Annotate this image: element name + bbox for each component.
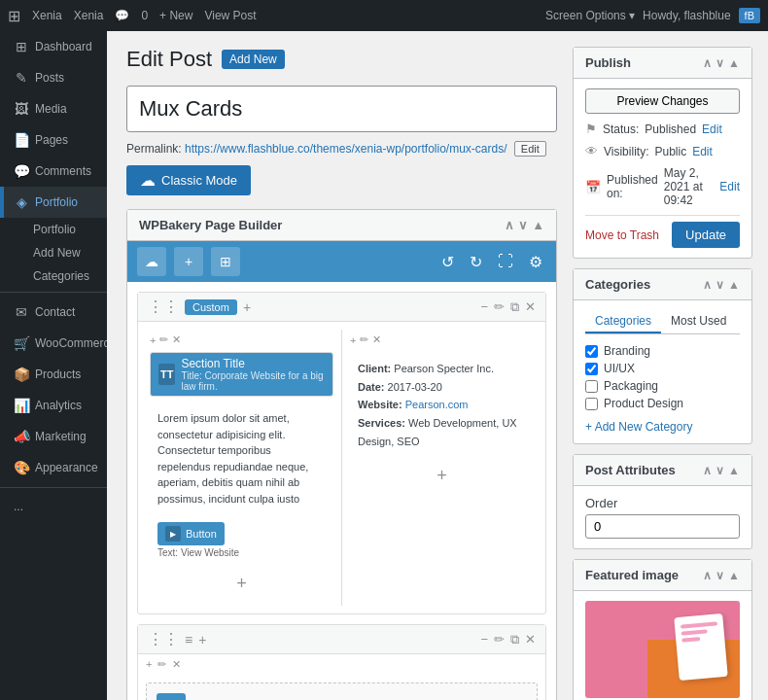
col-1-delete-btn[interactable]: ✕ (172, 333, 181, 346)
categories-tab-all[interactable]: Categories (585, 310, 661, 333)
wpbakery-redo-btn[interactable]: ↻ (466, 249, 486, 275)
sidebar-item-media[interactable]: 🖼 Media (0, 93, 107, 124)
categories-collapse-down[interactable]: ∨ (716, 278, 724, 292)
category-branding-checkbox[interactable] (585, 345, 598, 358)
feat-img-collapse-down[interactable]: ∨ (716, 569, 724, 582)
publish-toggle[interactable]: ▲ (728, 56, 740, 70)
classic-mode-button[interactable]: ☁ Classic Mode (126, 165, 251, 195)
drag-handle-2[interactable]: ⋮⋮ (148, 630, 179, 648)
order-input[interactable] (585, 514, 740, 539)
categories-toggle[interactable]: ▲ (728, 278, 740, 292)
sidebar-item-marketing[interactable]: 📣 Marketing (0, 421, 107, 452)
sidebar-item-more[interactable]: ... (0, 492, 107, 521)
comments-count: 0 (141, 9, 148, 22)
visibility-edit-link[interactable]: Edit (692, 145, 713, 158)
block-2-hide-btn[interactable]: − (480, 632, 488, 648)
wpbakery-add-btn[interactable]: + (174, 247, 203, 276)
screen-options-btn[interactable]: Screen Options ▾ (545, 9, 635, 22)
site-name-link[interactable]: Xenia (74, 9, 104, 22)
drag-handle-1[interactable]: ⋮⋮ (148, 298, 179, 316)
feat-card-line-1 (681, 621, 717, 628)
post-title-input[interactable] (126, 86, 557, 132)
category-product-design-checkbox[interactable] (585, 398, 598, 410)
col-1-edit-btn[interactable]: ✏ (159, 333, 168, 346)
post-attr-collapse-up[interactable]: ∧ (703, 464, 712, 477)
media-icon: 🖼 (14, 101, 29, 117)
col-1-add-bottom[interactable]: + (150, 566, 333, 602)
status-edit-link[interactable]: Edit (702, 122, 722, 136)
update-button[interactable]: Update (672, 222, 740, 248)
block-2-copy-btn[interactable]: ⧉ (510, 632, 519, 648)
permalink-edit-button[interactable]: Edit (514, 141, 546, 157)
comments-icon[interactable]: 💬 (115, 9, 129, 22)
sidebar-item-portfolio[interactable]: ◈ Portfolio (0, 187, 107, 218)
post-attr-toggle[interactable]: ▲ (728, 464, 740, 477)
wpbakery-toggle[interactable]: ▲ (532, 218, 544, 232)
sidebar-item-contact[interactable]: ✉ Contact (0, 297, 107, 328)
wpbakery-collapse-down[interactable]: ∨ (518, 218, 528, 232)
wp-logo-icon[interactable]: ⊞ (8, 7, 20, 25)
feat-card-lines (674, 613, 725, 653)
wpbakery-settings-btn[interactable]: ⚙ (525, 249, 546, 275)
preview-changes-button[interactable]: Preview Changes (585, 88, 740, 114)
block-1-copy-btn[interactable]: ⧉ (510, 299, 519, 315)
col-2-add-btn[interactable]: + (350, 334, 356, 346)
site-link[interactable]: Xenia (32, 9, 62, 22)
col-2-delete-btn[interactable]: ✕ (372, 333, 381, 346)
visibility-icon: 👁 (585, 144, 598, 158)
feat-img-collapse-up[interactable]: ∧ (703, 569, 712, 582)
col-2-edit-btn[interactable]: ✏ (360, 333, 368, 346)
view-post-link[interactable]: View Post (204, 9, 256, 22)
wpbakery-grid-btn[interactable]: ⊞ (211, 247, 240, 276)
col-2-add-bottom[interactable]: + (350, 458, 534, 494)
sidebar-item-portfolio-sub[interactable]: Portfolio (19, 218, 107, 241)
permalink-url[interactable]: https://www.flashblue.co/themes/xenia-wp… (185, 142, 506, 156)
wpbakery-collapse-up[interactable]: ∧ (505, 218, 514, 232)
publish-collapse-up[interactable]: ∧ (703, 56, 712, 70)
category-uiux-checkbox[interactable] (585, 363, 598, 375)
sidebar-item-dashboard[interactable]: ⊞ Dashboard (0, 31, 107, 62)
sidebar-item-pages[interactable]: 📄 Pages (0, 124, 107, 156)
block-2-tool-edit[interactable]: ✏ (157, 658, 166, 671)
block-2-edit-btn[interactable]: ✏ (494, 632, 505, 648)
wpbakery-undo-btn[interactable]: ↺ (437, 249, 458, 275)
block-1-actions: − ✏ ⧉ ✕ (480, 299, 536, 315)
add-new-button[interactable]: Add New (222, 50, 285, 69)
add-column-btn-1[interactable]: + (243, 299, 251, 315)
feat-img-toggle[interactable]: ▲ (728, 569, 740, 582)
sidebar-item-analytics[interactable]: 📊 Analytics (0, 390, 107, 421)
categories-tab-used[interactable]: Most Used (661, 310, 736, 333)
trash-link[interactable]: Move to Trash (585, 228, 659, 242)
block-2-tool-add[interactable]: + (146, 658, 152, 671)
featured-image-header: Featured image ∧ ∨ ▲ (574, 560, 751, 591)
add-category-link[interactable]: + Add New Category (585, 420, 740, 434)
categories-collapse-up[interactable]: ∧ (703, 278, 712, 292)
published-edit-link[interactable]: Edit (719, 180, 740, 193)
sidebar-item-categories[interactable]: Categories (19, 264, 107, 288)
sidebar-item-products[interactable]: 📦 Products (0, 359, 107, 390)
wpbakery-cloud-btn[interactable]: ☁ (137, 247, 166, 276)
featured-image-thumbnail[interactable] (585, 601, 740, 698)
block-2-tool-delete[interactable]: ✕ (172, 658, 181, 671)
category-packaging-checkbox[interactable] (585, 380, 598, 393)
services-row: Services: Web Development, UX Design, SE… (358, 414, 526, 450)
block-2-delete-btn[interactable]: ✕ (525, 632, 536, 648)
block-1-edit-btn[interactable]: ✏ (494, 299, 505, 315)
button-element[interactable]: ▶ Button (157, 522, 225, 545)
block-1-delete-btn[interactable]: ✕ (525, 299, 536, 315)
client-row: Client: Pearson Specter Inc. (358, 360, 526, 378)
block-1-hide-btn[interactable]: − (480, 299, 488, 315)
col-1-add-btn[interactable]: + (150, 334, 156, 346)
sidebar-item-add-new[interactable]: Add New (19, 241, 107, 264)
wpbakery-fullscreen-btn[interactable]: ⛶ (494, 249, 517, 274)
sidebar-item-comments[interactable]: 💬 Comments (0, 156, 107, 187)
website-link[interactable]: Pearson.com (405, 399, 469, 410)
publish-collapse-down[interactable]: ∨ (716, 56, 724, 70)
custom-label-1[interactable]: Custom (185, 299, 237, 315)
sidebar-item-posts[interactable]: ✎ Posts (0, 62, 107, 93)
add-column-btn-2[interactable]: + (198, 632, 206, 648)
post-attr-collapse-down[interactable]: ∨ (716, 464, 724, 477)
sidebar-item-appearance[interactable]: 🎨 Appearance (0, 452, 107, 483)
new-link[interactable]: + New (159, 9, 192, 22)
sidebar-item-woocommerce[interactable]: 🛒 WooCommerce (0, 328, 107, 359)
